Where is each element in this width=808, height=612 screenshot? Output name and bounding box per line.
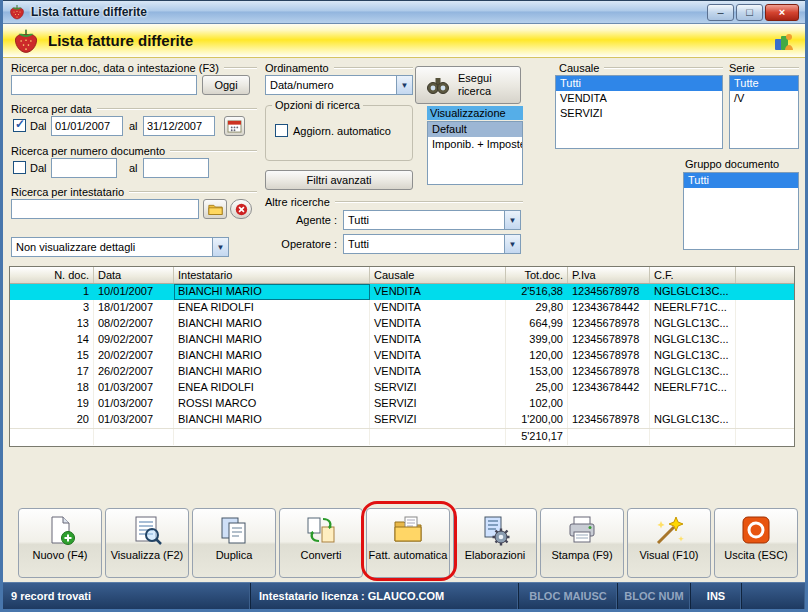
number-from-checkbox[interactable] bbox=[13, 161, 26, 174]
convert-icon bbox=[305, 514, 337, 546]
total-amount: 5'210,17 bbox=[506, 429, 568, 445]
visualization-label: Visualizzazione bbox=[427, 106, 523, 120]
table-row[interactable]: 1409/02/2007BIANCHI MARIOVENDITA399,0012… bbox=[10, 332, 794, 348]
table-row[interactable]: 1726/02/2007BIANCHI MARIOVENDITA153,0012… bbox=[10, 364, 794, 380]
list-item[interactable]: /V bbox=[730, 91, 798, 106]
view-document-icon bbox=[131, 514, 163, 546]
table-row[interactable]: 1308/02/2007BIANCHI MARIOVENDITA664,9912… bbox=[10, 316, 794, 332]
other-searches-section-label: Altre ricerche bbox=[265, 196, 523, 208]
processing-icon bbox=[479, 514, 511, 546]
elaborazioni-button[interactable]: Elaborazioni bbox=[453, 508, 537, 578]
table-total-row: 5'210,17 bbox=[10, 428, 794, 444]
red-x-icon bbox=[234, 203, 249, 216]
col-ndoc[interactable]: N. doc. bbox=[10, 267, 94, 283]
visualization-list: Default Imponib. + Imposte bbox=[427, 121, 523, 185]
record-count: 9 record trovati bbox=[3, 583, 251, 609]
exit-icon bbox=[740, 514, 772, 546]
table-row[interactable]: 1901/03/2007ROSSI MARCOSERVIZI102,00 bbox=[10, 396, 794, 412]
uscita-button[interactable]: Uscita (ESC) bbox=[714, 508, 798, 578]
chevron-down-icon: ▼ bbox=[504, 211, 520, 229]
fatt-automatica-button[interactable]: Fatt. automatica bbox=[366, 508, 450, 578]
stampa-button[interactable]: Stampa (F9) bbox=[540, 508, 624, 578]
agent-label: Agente : bbox=[271, 210, 337, 230]
main-content: Ricerca per n.doc, data o intestazione (… bbox=[3, 58, 805, 582]
duplica-button[interactable]: Duplica bbox=[192, 508, 276, 578]
list-item[interactable]: Tutte bbox=[730, 76, 798, 91]
minimize-button[interactable]: – bbox=[707, 4, 734, 21]
strawberry-icon bbox=[13, 28, 39, 54]
col-piva[interactable]: P.Iva bbox=[568, 267, 650, 283]
list-item[interactable]: SERVIZI bbox=[556, 106, 722, 121]
window-controls: – □ × bbox=[707, 4, 799, 21]
insert-indicator: INS bbox=[691, 583, 742, 609]
operator-label: Operatore : bbox=[271, 234, 337, 254]
date-from-input[interactable] bbox=[51, 116, 123, 136]
gruppo-section-label: Gruppo documento bbox=[685, 158, 799, 170]
number-to-input[interactable] bbox=[143, 158, 209, 178]
new-document-icon bbox=[44, 514, 76, 546]
col-cf[interactable]: C.F. bbox=[650, 267, 736, 283]
col-intestatario[interactable]: Intestatario bbox=[174, 267, 370, 283]
holder-search-input[interactable] bbox=[11, 199, 199, 219]
col-causale[interactable]: Causale bbox=[370, 267, 506, 283]
auto-update-label: Aggiorn. automatico bbox=[293, 121, 391, 141]
doc-search-input[interactable] bbox=[11, 75, 197, 95]
table-row[interactable]: 1 10/01/2007 BIANCHI MARIO VENDITA 2'516… bbox=[10, 284, 794, 300]
date-to-input[interactable] bbox=[143, 116, 215, 136]
chevron-down-icon: ▼ bbox=[212, 238, 228, 256]
execute-search-button[interactable]: Esegui ricerca bbox=[415, 66, 521, 104]
execute-search-label: Esegui ricerca bbox=[458, 72, 492, 98]
ordering-select[interactable]: Data/numero ▼ bbox=[265, 75, 413, 95]
table-row[interactable]: 1801/03/2007ENEA RIDOLFISERVIZI25,001234… bbox=[10, 380, 794, 396]
col-filler bbox=[736, 267, 794, 283]
nuovo-button[interactable]: Nuovo (F4) bbox=[18, 508, 102, 578]
maximize-button[interactable]: □ bbox=[736, 4, 763, 21]
holder-search-section-label: Ricerca per intestatario bbox=[11, 186, 257, 198]
advanced-filters-button[interactable]: Filtri avanzati bbox=[265, 170, 413, 190]
statusbar: 9 record trovati Intestatario licenza : … bbox=[3, 582, 805, 609]
invoice-table: N. doc. Data Intestatario Causale Tot.do… bbox=[9, 266, 795, 447]
table-row[interactable]: 2001/03/2007BIANCHI MARIOSERVIZI1'200,00… bbox=[10, 412, 794, 428]
clear-holder-button[interactable] bbox=[230, 199, 252, 219]
col-data[interactable]: Data bbox=[94, 267, 174, 283]
titlebar: Lista fatture differite – □ × bbox=[3, 0, 805, 24]
binoculars-icon bbox=[426, 73, 450, 97]
list-item[interactable]: Default bbox=[428, 122, 522, 137]
visualizza-button[interactable]: Visualizza (F2) bbox=[105, 508, 189, 578]
list-item[interactable]: Imponib. + Imposte bbox=[428, 137, 522, 152]
today-button[interactable]: Oggi bbox=[202, 75, 250, 95]
strawberry-icon bbox=[9, 4, 25, 20]
auto-invoice-icon bbox=[392, 514, 424, 546]
table-row[interactable]: 1520/02/2007BIANCHI MARIOVENDITA120,0012… bbox=[10, 348, 794, 364]
list-item[interactable]: Tutti bbox=[556, 76, 722, 91]
list-item[interactable]: VENDITA bbox=[556, 91, 722, 106]
ordering-section-label: Ordinamento bbox=[265, 62, 413, 74]
page-title: Lista fatture differite bbox=[48, 32, 193, 49]
bottom-toolbar: Nuovo (F4) Visualizza (F2) Duplica Conve… bbox=[3, 503, 805, 581]
wand-icon bbox=[653, 514, 685, 546]
number-from-input[interactable] bbox=[51, 158, 117, 178]
duplicate-icon bbox=[218, 514, 250, 546]
details-select[interactable]: Non visualizzare dettagli ▼ bbox=[11, 237, 229, 257]
causale-section-label: Causale bbox=[559, 62, 723, 74]
calendar-button[interactable] bbox=[224, 116, 245, 136]
open-folder-button[interactable] bbox=[203, 199, 227, 219]
close-button[interactable]: × bbox=[765, 4, 799, 21]
search-options-label: Opzioni di ricerca bbox=[272, 99, 363, 111]
table-row[interactable]: 318/01/2007ENEA RIDOLFIVENDITA29,8012343… bbox=[10, 300, 794, 316]
number-from-label: Dal bbox=[30, 158, 47, 178]
visual-button[interactable]: Visual (F10) bbox=[627, 508, 711, 578]
col-totdoc[interactable]: Tot.doc. bbox=[506, 267, 568, 283]
auto-update-checkbox[interactable] bbox=[275, 124, 288, 137]
caps-lock-indicator: BLOC MAIUSC bbox=[519, 583, 618, 609]
gruppo-list: Tutti bbox=[683, 172, 799, 250]
operator-select[interactable]: Tutti ▼ bbox=[343, 234, 521, 254]
header-right-icon bbox=[773, 30, 795, 52]
table-header: N. doc. Data Intestatario Causale Tot.do… bbox=[10, 267, 794, 284]
list-item[interactable]: Tutti bbox=[684, 173, 798, 188]
date-search-section-label: Ricerca per data bbox=[11, 103, 257, 115]
converti-button[interactable]: Converti bbox=[279, 508, 363, 578]
chevron-down-icon: ▼ bbox=[396, 76, 412, 94]
agent-select[interactable]: Tutti ▼ bbox=[343, 210, 521, 230]
date-from-checkbox[interactable] bbox=[13, 119, 26, 132]
